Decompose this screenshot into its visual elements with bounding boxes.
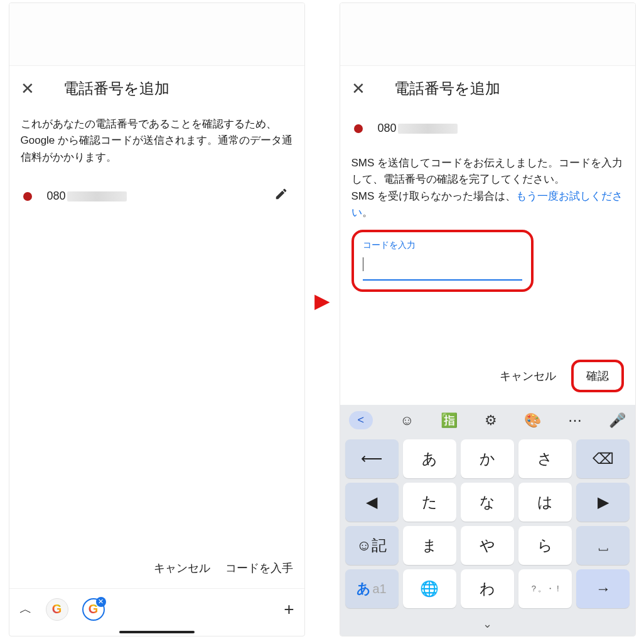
- description-text: これがあなたの電話番号であることを確認するため、Google から確認コードが送…: [21, 116, 293, 166]
- page-title: 電話番号を追加: [394, 78, 500, 99]
- browser-tab-google[interactable]: G: [46, 598, 68, 621]
- translate-icon[interactable]: 🈯: [441, 412, 458, 429]
- home-indicator: [119, 631, 195, 633]
- keyboard-collapse-icon[interactable]: <: [349, 411, 373, 429]
- content-area: これがあなたの電話番号であることを確認するため、Google から確認コードが送…: [9, 111, 304, 548]
- phone-number-prefix: 080: [378, 120, 397, 137]
- key-left[interactable]: ◀: [345, 483, 399, 522]
- phone-number-prefix: 080: [47, 188, 66, 205]
- statusbar: [340, 3, 635, 66]
- retry-text-post: 。: [362, 207, 373, 218]
- get-code-button[interactable]: コードを入手: [225, 561, 293, 576]
- code-input-highlight: コードを入力: [352, 230, 534, 292]
- flow-arrow-icon: ▶: [314, 289, 330, 313]
- sticker-icon[interactable]: ☺: [400, 412, 414, 429]
- key-sa[interactable]: さ: [518, 439, 572, 478]
- key-mode-switch[interactable]: あa1: [345, 569, 399, 608]
- sms-sent-text: SMS を送信してコードをお伝えしました。コードを入力して、電話番号の確認を完了…: [352, 155, 624, 188]
- keyboard-toolbar: < ☺ 🈯 ⚙ 🎨 ⋯ 🎤: [340, 405, 635, 436]
- screen-header: ✕ 電話番号を追加: [9, 66, 304, 111]
- edit-icon[interactable]: [274, 187, 288, 206]
- close-icon[interactable]: ✕: [352, 79, 365, 99]
- key-enter[interactable]: →: [576, 569, 630, 608]
- page-title: 電話番号を追加: [63, 78, 169, 99]
- key-backspace[interactable]: ⌫: [576, 439, 630, 478]
- phone-number-row: 080: [21, 183, 293, 210]
- new-tab-button[interactable]: +: [284, 599, 294, 620]
- key-ha[interactable]: は: [518, 483, 572, 522]
- key-space[interactable]: ⎵: [576, 526, 630, 565]
- country-flag-icon: [23, 192, 32, 201]
- right-phone: ✕ 電話番号を追加 080 SMS を送信してコードをお伝えしました。コードを入…: [340, 3, 636, 636]
- code-input-label: コードを入力: [363, 239, 522, 252]
- more-icon[interactable]: ⋯: [568, 412, 582, 429]
- key-undo[interactable]: ⟵: [345, 439, 399, 478]
- cancel-button[interactable]: キャンセル: [500, 368, 556, 384]
- key-na[interactable]: な: [461, 483, 514, 522]
- phone-number-redacted: [67, 191, 127, 201]
- key-wa[interactable]: わ: [461, 569, 514, 608]
- mic-icon[interactable]: 🎤: [609, 412, 626, 429]
- actions-row: キャンセル コードを入手: [9, 548, 304, 588]
- browser-tab-bar: ︿ G G ✕ +: [9, 588, 304, 630]
- phone-number-row: 080: [352, 116, 624, 141]
- phone-number-redacted: [398, 124, 458, 134]
- actions-row: キャンセル 確認: [340, 347, 635, 405]
- key-a[interactable]: あ: [403, 439, 456, 478]
- country-flag-icon: [354, 124, 363, 133]
- key-ma[interactable]: ま: [403, 526, 456, 565]
- key-globe[interactable]: 🌐: [403, 569, 456, 608]
- retry-text-pre: SMS を受け取らなかった場合は、: [352, 190, 517, 202]
- retry-text: SMS を受け取らなかった場合は、もう一度お試しください。: [352, 188, 624, 222]
- browser-tab-active[interactable]: G ✕: [82, 598, 105, 621]
- key-right[interactable]: ▶: [576, 483, 630, 522]
- key-ra[interactable]: ら: [518, 526, 572, 565]
- keyboard-grid: ⟵ あ か さ ⌫ ◀ た な は ▶ ☺記 ま や ら ⎵ あa1 🌐 わ: [340, 436, 635, 614]
- key-ta[interactable]: た: [403, 483, 456, 522]
- key-ya[interactable]: や: [461, 526, 514, 565]
- key-emoji-symbol[interactable]: ☺記: [345, 526, 399, 565]
- key-punct[interactable]: ? 。・ !: [518, 569, 572, 608]
- software-keyboard: < ☺ 🈯 ⚙ 🎨 ⋯ 🎤 ⟵ あ か さ ⌫ ◀ た な は ▶ ☺記: [340, 405, 635, 636]
- keyboard-handle-icon[interactable]: ⌄: [340, 614, 635, 636]
- cancel-button[interactable]: キャンセル: [154, 561, 210, 576]
- close-icon[interactable]: ✕: [21, 79, 35, 99]
- palette-icon[interactable]: 🎨: [524, 412, 541, 429]
- gear-icon[interactable]: ⚙: [485, 412, 497, 429]
- statusbar: [9, 3, 304, 66]
- screen-header: ✕ 電話番号を追加: [340, 66, 635, 111]
- chevron-up-icon[interactable]: ︿: [19, 601, 32, 618]
- key-ka[interactable]: か: [461, 439, 514, 478]
- confirm-button[interactable]: 確認: [571, 360, 624, 392]
- content-area: 080 SMS を送信してコードをお伝えしました。コードを入力して、電話番号の確…: [340, 111, 635, 347]
- left-phone: ✕ 電話番号を追加 これがあなたの電話番号であることを確認するため、Google…: [9, 3, 305, 636]
- code-input[interactable]: [363, 255, 522, 281]
- tab-close-icon[interactable]: ✕: [96, 597, 106, 607]
